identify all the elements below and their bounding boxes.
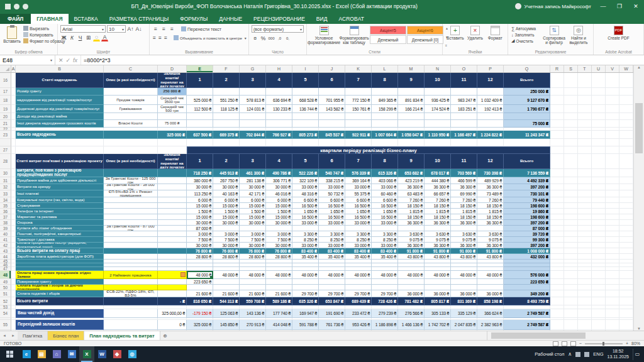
cell-S50[interactable] — [564, 285, 578, 290]
cell-M36[interactable]: 1 815 ₴ — [398, 209, 425, 214]
cell-I37[interactable]: 16 500 ₴ — [292, 214, 319, 220]
cell-K54[interactable]: 233 472 ₴ — [345, 309, 372, 318]
cell-U41[interactable] — [592, 237, 606, 243]
cell-D40[interactable] — [158, 231, 187, 237]
italic-button[interactable]: К — [69, 34, 75, 41]
cell-H55[interactable]: 414 048 ₴ — [266, 320, 292, 330]
cell-H51[interactable]: 21 600 ₴ — [266, 290, 292, 297]
cell-E50[interactable] — [187, 285, 213, 290]
cell-G37[interactable]: 15 000 ₴ — [240, 214, 266, 220]
cell-A37[interactable] — [11, 214, 16, 220]
cell-P31[interactable]: 489 929 ₴ — [477, 177, 504, 184]
cell-F50[interactable] — [213, 285, 240, 290]
cell-D41[interactable] — [158, 237, 187, 243]
cell-U31[interactable] — [592, 177, 606, 184]
cell[interactable] — [266, 139, 292, 146]
cell-P19[interactable]: 192 413 ₴ — [477, 105, 504, 113]
cell-U27[interactable] — [592, 146, 606, 154]
cell-L38[interactable]: 33 000 ₴ — [372, 220, 398, 226]
cell-K36[interactable]: 1 650 ₴ — [345, 209, 372, 214]
cell[interactable] — [213, 139, 240, 146]
redo-icon[interactable] — [23, 4, 28, 9]
wrap-text-button[interactable]: Перенести текст — [180, 26, 222, 32]
cell-P37[interactable]: 18 150 ₴ — [477, 214, 504, 220]
cell-F20[interactable] — [213, 113, 240, 120]
cell-D30[interactable] — [158, 169, 187, 177]
column-header-A[interactable]: A — [11, 65, 16, 72]
cell-A50[interactable] — [11, 285, 16, 290]
vertical-scrollbar[interactable]: ▲ ▼ — [633, 65, 644, 331]
cell-J42[interactable]: 33 000 ₴ — [319, 243, 345, 248]
cell-F21[interactable] — [213, 120, 240, 128]
cell-D20[interactable] — [158, 113, 187, 120]
paste-button[interactable]: Вставить — [3, 25, 21, 44]
cell[interactable] — [477, 330, 504, 331]
cell-P41[interactable]: 9 075 ₴ — [477, 237, 504, 243]
cell-L55[interactable]: 1 186 898 ₴ — [372, 320, 398, 330]
cell-V36[interactable] — [606, 209, 619, 214]
cell-B39[interactable]: Купівля або лізинг обладнання — [16, 226, 104, 231]
cell-S39[interactable] — [564, 226, 578, 231]
cell-W42[interactable] — [619, 243, 633, 248]
period-header-2[interactable]: 2 — [213, 73, 240, 88]
cell-K34[interactable]: 6 600 ₴ — [345, 197, 372, 203]
cell-W48[interactable] — [619, 271, 633, 279]
cell-D49[interactable] — [158, 279, 187, 285]
cell-M54[interactable]: 276 566 ₴ — [398, 309, 425, 318]
cell-P36[interactable]: 1 815 ₴ — [477, 209, 504, 214]
cell-J38[interactable]: 33 000 ₴ — [319, 220, 345, 226]
cell-O17[interactable] — [451, 88, 477, 96]
row-header-33[interactable]: 33 — [0, 190, 11, 197]
cell-S33[interactable] — [564, 190, 578, 197]
cell-T35[interactable] — [578, 203, 592, 209]
cell-T17[interactable] — [578, 88, 592, 96]
cell-F39[interactable] — [213, 226, 240, 231]
cell-U34[interactable] — [592, 197, 606, 203]
cell-E30[interactable]: 718 250 ₴ — [187, 169, 213, 177]
scroll-up-icon[interactable]: ▲ — [634, 65, 644, 69]
cell-T56[interactable] — [578, 330, 592, 331]
cell-T54[interactable] — [578, 309, 592, 318]
cell-style-1[interactable]: Акцент5 — [370, 26, 406, 35]
tray-volume-icon[interactable] — [584, 352, 589, 357]
cell-L49[interactable] — [372, 279, 398, 285]
cell-E39[interactable]: 87 000 ₴ — [187, 226, 213, 231]
cell-D34[interactable] — [158, 197, 187, 203]
taskbar-app-photos[interactable]: ◆ — [109, 346, 125, 362]
zoom-slider[interactable] — [585, 343, 623, 344]
cell-D23[interactable]: 325 000 ₴ — [158, 131, 187, 139]
cell-G39[interactable] — [240, 226, 266, 231]
cell-J20[interactable] — [319, 113, 345, 120]
row-header-55[interactable]: 55 — [0, 320, 11, 330]
cell-C50[interactable] — [104, 285, 158, 290]
cell-S41[interactable] — [564, 237, 578, 243]
cell-Q32[interactable]: 397 200 ₴ — [504, 184, 550, 190]
cell-M19[interactable]: 166 214 ₴ — [398, 105, 425, 113]
conditional-formatting-button[interactable]: Условное форматирование — [309, 25, 338, 48]
cell-P50[interactable] — [477, 285, 504, 290]
cell[interactable] — [16, 146, 104, 154]
cell-V38[interactable] — [606, 220, 619, 226]
cell-N52[interactable]: 805 817 ₴ — [425, 297, 451, 305]
cell-R36[interactable] — [550, 209, 564, 214]
cell-M21[interactable] — [398, 120, 425, 128]
cell-K41[interactable]: 8 250 ₴ — [345, 237, 372, 243]
cell-C17[interactable] — [104, 88, 158, 96]
cell-B52[interactable]: Всього витрати — [16, 297, 104, 305]
taskbar-app-browser[interactable]: ◎ — [125, 346, 140, 362]
cell-O52[interactable]: 831 369 ₴ — [451, 297, 477, 305]
cell[interactable] — [398, 330, 425, 331]
cell-J39[interactable] — [319, 226, 345, 231]
cell-T34[interactable] — [578, 197, 592, 203]
cell-K40[interactable]: 3 300 ₴ — [345, 231, 372, 237]
cell-P43[interactable]: 91 800 ₴ — [477, 248, 504, 254]
cell-M30[interactable]: 653 682 ₴ — [398, 169, 425, 177]
cell-Q31[interactable]: 4 492 339 ₴ — [504, 177, 550, 184]
tray-chevron-icon[interactable]: ∧ — [568, 351, 572, 357]
cell-G54[interactable]: 143 136 ₴ — [240, 309, 266, 318]
cell-T19[interactable] — [578, 105, 592, 113]
cell[interactable] — [240, 330, 266, 331]
cell-A36[interactable] — [11, 209, 16, 214]
cell-W39[interactable] — [619, 226, 633, 231]
cell-W34[interactable] — [619, 197, 633, 203]
